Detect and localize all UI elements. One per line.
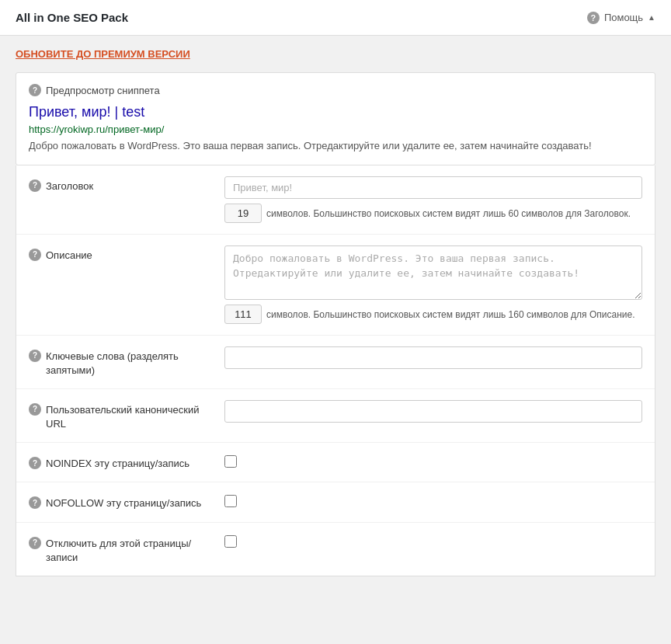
- form-section: ? Заголовок 19 символов. Большинство пои…: [16, 165, 655, 577]
- keywords-field: [224, 346, 642, 369]
- disable-help-icon: ?: [29, 537, 41, 549]
- nofollow-field: [224, 493, 642, 507]
- title-label: ? Заголовок: [29, 176, 215, 193]
- canonical-row: ? Пользовательский канонический URL: [16, 389, 655, 443]
- canonical-field: [224, 400, 642, 423]
- disable-field: [224, 534, 642, 548]
- disable-row: ? Отключить для этой страницы/записи: [16, 523, 655, 576]
- description-label: ? Описание: [29, 245, 215, 263]
- description-help-icon: ?: [29, 249, 41, 261]
- description-field: 111 символов. Большинство поисковых сист…: [224, 245, 642, 324]
- description-char-count-row: 111 символов. Большинство поисковых сист…: [224, 305, 642, 324]
- title-char-desc: символов. Большинство поисковых систем в…: [266, 207, 631, 221]
- nofollow-row: ? NOFOLLOW эту страницу/запись: [16, 482, 655, 522]
- canonical-label: ? Пользовательский канонический URL: [29, 400, 215, 431]
- description-label-text: Описание: [46, 249, 92, 263]
- snippet-title-preview: Привет, мир! | test: [29, 104, 642, 120]
- keywords-label-text: Ключевые слова (разделять запятыми): [46, 350, 215, 378]
- main-content: ОБНОВИТЕ ДО ПРЕМИУМ ВЕРСИИ ? Предпросмот…: [0, 36, 671, 589]
- title-field: 19 символов. Большинство поисковых систе…: [224, 176, 642, 223]
- title-input[interactable]: [224, 176, 642, 199]
- noindex-checkbox[interactable]: [224, 455, 237, 468]
- keywords-help-icon: ?: [29, 350, 41, 362]
- help-button[interactable]: ? Помощь ▲: [587, 12, 655, 24]
- description-input[interactable]: [224, 245, 642, 300]
- snippet-desc-preview: Добро пожаловать в WordPress. Это ваша п…: [29, 138, 642, 154]
- help-icon: ?: [587, 12, 600, 24]
- title-label-text: Заголовок: [46, 179, 93, 193]
- noindex-label: ? NOINDEX эту страницу/запись: [29, 454, 215, 471]
- page-wrapper: All in One SEO Pack ? Помощь ▲ ОБНОВИТЕ …: [0, 0, 671, 589]
- noindex-help-icon: ?: [29, 457, 41, 469]
- canonical-input[interactable]: [224, 400, 642, 423]
- disable-label: ? Отключить для этой страницы/записи: [29, 534, 215, 565]
- snippet-preview-box: ? Предпросмотр сниппета Привет, мир! | t…: [16, 72, 655, 165]
- title-char-count-row: 19 символов. Большинство поисковых систе…: [224, 204, 642, 223]
- description-row: ? Описание 111 символов. Большинство пои…: [16, 235, 655, 336]
- snippet-header-label: Предпросмотр сниппета: [46, 85, 160, 96]
- title-help-icon: ?: [29, 179, 41, 192]
- description-char-desc: символов. Большинство поисковых систем в…: [266, 308, 634, 322]
- noindex-label-text: NOINDEX эту страницу/запись: [46, 457, 189, 471]
- nofollow-help-icon: ?: [29, 496, 41, 509]
- noindex-row: ? NOINDEX эту страницу/запись: [16, 443, 655, 482]
- chevron-up-icon: ▲: [648, 13, 655, 22]
- nofollow-checkbox[interactable]: [224, 495, 237, 507]
- keywords-label: ? Ключевые слова (разделять запятыми): [29, 346, 215, 378]
- canonical-label-text: Пользовательский канонический URL: [46, 403, 215, 431]
- nofollow-label-text: NOFOLLOW эту страницу/запись: [46, 496, 201, 510]
- noindex-field: [224, 454, 642, 468]
- title-row: ? Заголовок 19 символов. Большинство пои…: [16, 165, 655, 235]
- header: All in One SEO Pack ? Помощь ▲: [0, 0, 671, 36]
- snippet-header: ? Предпросмотр сниппета: [29, 84, 642, 96]
- disable-label-text: Отключить для этой страницы/записи: [46, 537, 215, 565]
- keywords-row: ? Ключевые слова (разделять запятыми): [16, 336, 655, 389]
- help-label: Помощь: [604, 12, 643, 23]
- upgrade-link[interactable]: ОБНОВИТЕ ДО ПРЕМИУМ ВЕРСИИ: [16, 48, 190, 60]
- snippet-url-preview: https://yrokiwp.ru/привет-мир/: [29, 124, 642, 135]
- disable-checkbox[interactable]: [224, 535, 237, 548]
- snippet-help-icon: ?: [29, 84, 41, 96]
- keywords-input[interactable]: [224, 346, 642, 369]
- upgrade-banner: ОБНОВИТЕ ДО ПРЕМИУМ ВЕРСИИ: [16, 48, 655, 60]
- description-char-count: 111: [224, 305, 262, 324]
- canonical-help-icon: ?: [29, 403, 41, 416]
- nofollow-label: ? NOFOLLOW эту страницу/запись: [29, 493, 215, 510]
- header-title: All in One SEO Pack: [16, 11, 128, 24]
- title-char-count: 19: [224, 204, 262, 223]
